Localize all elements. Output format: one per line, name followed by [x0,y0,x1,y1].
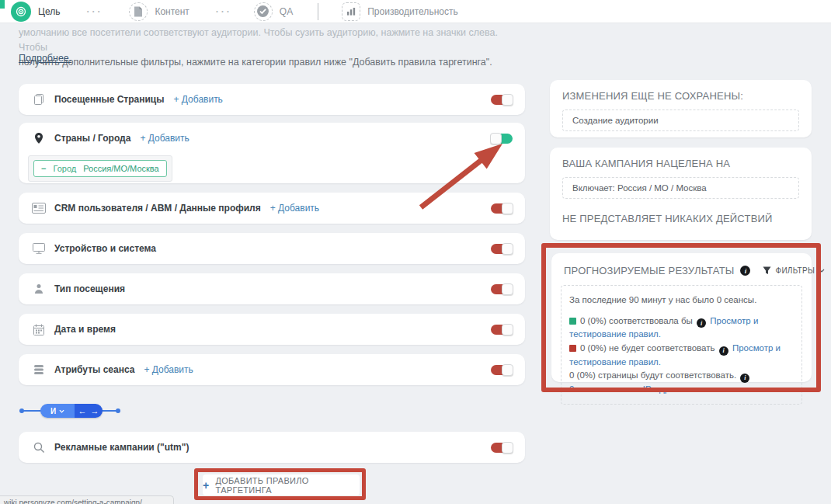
tab-content[interactable]: Контент [155,6,189,17]
rule-label: CRM пользователя / ABM / Данные профиля [54,203,261,214]
reorder-arrows[interactable]: ← → [75,404,103,418]
tab-performance[interactable]: Производительность [367,6,457,17]
rule-row-session-attributes[interactable]: Атрибуты сеанса + Добавить [19,354,525,385]
chevron-down-icon [819,269,825,273]
check-circle-icon [256,5,269,18]
performance-tab-icon-square[interactable] [342,2,360,21]
rule-toggle[interactable] [491,443,513,453]
rule-row-crm-abm-profile[interactable]: CRM пользователя / ABM / Данные профиля … [19,193,525,224]
corner-green-chip [0,0,5,9]
rule-label: Рекламные кампании ("utm") [54,442,189,453]
intro-line-1: умолчанию все посетители соответствуют а… [19,26,516,55]
campaign-target-panel: ВАША КАМПАНИЯ НАЦЕЛЕНА НА Включает: Росс… [550,148,812,240]
unsaved-changes-title: ИЗМЕНЕНИЯ ЕЩЕ НЕ СОХРАНЕНЫ: [562,90,799,102]
pages-icon [31,93,47,106]
chip-minus[interactable]: − [41,164,46,173]
rule-toggle[interactable] [491,284,513,294]
rule-toggle-active[interactable] [491,134,513,144]
add-link[interactable]: + Добавить [144,364,193,375]
toggle-knob [502,442,513,454]
nomatch-text: 0 (0%) не будет соответствовать [580,343,715,353]
geo-filter-chip[interactable]: − Город Россия/МО/Москва [28,155,172,182]
forecast-summary: За последние 90 минут у нас было 0 сеанс… [569,294,794,308]
add-link[interactable]: + Добавить [174,94,223,105]
arrow-left-icon[interactable]: ← [78,406,87,415]
rule-row-device-system[interactable]: Устройство и система [19,233,525,264]
unsaved-changes-panel: ИЗМЕНЕНИЯ ЕЩЕ НЕ СОХРАНЕНЫ: Создание ауд… [550,80,812,137]
forecast-match-line: 0 (0%) соответствовала бы i Просмотр и т… [569,315,794,342]
toggle-knob [502,324,513,335]
add-targeting-rule-label: ДОБАВИТЬ ПРАВИЛО ТАРГЕТИНГА [215,476,360,495]
forecast-results-box: За последние 90 минут у нас было 0 сеанс… [561,285,802,405]
no-actions-title: НЕ ПРЕДСТАВЛЯЕТ НИКАКИХ ДЕЙСТВИЙ [562,213,799,224]
rule-row-countries-cities[interactable]: Страны / Города + Добавить − Город Росси… [19,123,525,183]
browser-status-bar: wiki.personyze.com/setting-a-campaign/ [0,495,174,504]
add-link[interactable]: + Добавить [270,203,319,214]
rule-label: Посещенные Страницы [54,94,165,105]
audience-targeting-screen: Цель ··· Контент ··· QA [0,0,831,504]
rule-toggle[interactable] [491,325,513,335]
person-icon [31,283,47,294]
campaign-target-value[interactable]: Включает: Россия / МО / Москва [562,177,799,199]
green-square-icon [569,318,576,325]
location-pin-icon [31,132,47,144]
funnel-icon [763,266,771,275]
add-targeting-rule-button[interactable]: + ДОБАВИТЬ ПРАВИЛО ТАРГЕТИНГА [203,474,360,495]
forecast-ip-line: 0 сеансы с моего IP-адреса [569,383,794,397]
unsaved-change-item[interactable]: Создание аудитории [562,109,799,131]
arrow-right-icon[interactable]: → [91,406,99,415]
qa-tab-icon-circle[interactable] [254,2,273,21]
intro-text: умолчанию все посетители соответствуют а… [19,26,516,70]
my-ip-sessions-link[interactable]: 0 сеансы с моего IP-адреса [569,384,684,394]
toggle-knob [490,133,502,144]
filters-label: ФИЛЬТРЫ [775,266,815,275]
chip-value: Россия/МО/Москва [83,164,158,173]
info-icon[interactable]: i [697,318,706,328]
match-text: 0 (0%) соответствовала бы [580,316,693,325]
connector-dot-right [116,408,120,413]
add-link[interactable]: + Добавить [140,133,189,144]
operator-label: И [50,407,56,415]
nav-dots-separator: ··· [86,6,103,17]
rule-row-visit-type[interactable]: Тип посещения [19,273,525,304]
operator-pill[interactable]: И ← → [40,404,103,418]
forecast-panel: ПРОГНОЗИРУЕМЫЕ РЕЗУЛЬТАТЫ i ФИЛЬТРЫ За п… [551,253,812,382]
target-icon [16,6,26,17]
rule-row-date-time[interactable]: Дата и время [19,314,525,345]
tab-qa[interactable]: QA [280,6,293,17]
forecast-pages-line: 0 (0%) страницы будут соответствовать. i [569,369,794,383]
bar-chart-icon [346,7,356,16]
rule-row-visited-pages[interactable]: Посещенные Страницы + Добавить [19,84,525,115]
forecast-title: ПРОГНОЗИРУЕМЫЕ РЕЗУЛЬТАТЫ [564,265,734,276]
toggle-knob [502,283,513,295]
info-icon[interactable]: i [740,374,749,383]
rule-row-ad-campaigns[interactable]: Рекламные кампании ("utm") [19,432,525,463]
red-square-icon [569,345,576,352]
info-icon[interactable]: i [719,346,728,356]
rule-toggle[interactable] [491,203,513,214]
info-icon[interactable]: i [740,266,750,276]
rule-toggle[interactable] [491,365,513,375]
filters-dropdown[interactable]: ФИЛЬТРЫ [763,266,825,275]
rule-toggle[interactable] [491,95,513,105]
chip-type: Город [53,164,76,173]
more-link[interactable]: Подробнее. [19,53,71,64]
calendar-icon [31,324,47,335]
forecast-nomatch-line: 0 (0%) не будет соответствовать i Просмо… [569,342,794,369]
document-icon [134,6,143,17]
campaign-target-title: ВАША КАМПАНИЯ НАЦЕЛЕНА НА [562,158,799,169]
toggle-knob [502,94,513,106]
operator-dropdown[interactable]: И [40,404,75,418]
goal-tab-icon-circle[interactable] [11,2,31,22]
stack-icon [31,364,47,375]
logic-connector: И ← → [20,404,120,418]
search-icon [31,442,47,454]
toggle-knob [502,243,513,255]
tab-goal[interactable]: Цель [38,6,60,17]
chevron-down-icon [59,409,64,413]
nav-dots-separator: ··· [216,6,232,17]
nav-divider [318,3,318,20]
content-tab-icon-circle[interactable] [129,2,148,21]
rule-toggle[interactable] [491,244,513,254]
toggle-knob [502,364,513,376]
